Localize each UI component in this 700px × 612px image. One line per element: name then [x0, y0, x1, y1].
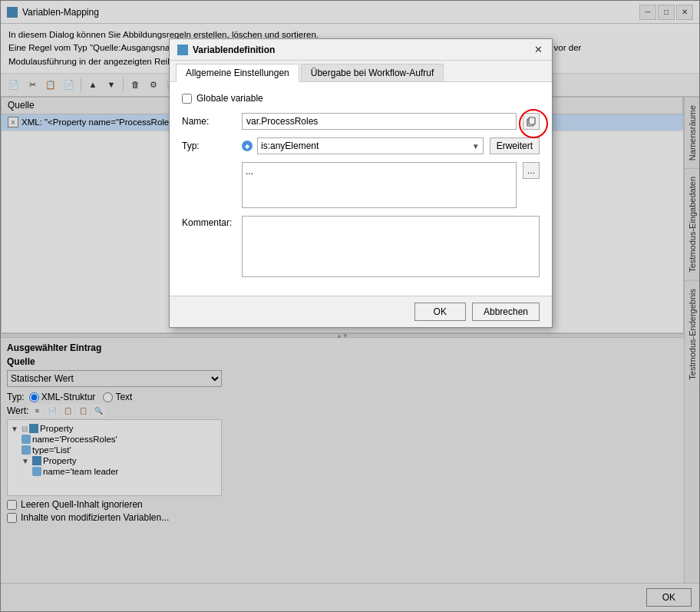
globale-variable-row: Globale variable: [182, 93, 540, 104]
dialog-tabs: Allgemeine Einstellungen Übergabe bei Wo…: [170, 61, 552, 82]
main-window: Variablen-Mapping ─ □ ✕ In diesem Dialog…: [0, 0, 700, 612]
dialog-title: Variablendefinition: [193, 45, 275, 55]
typ-row: Typ: ◆ is:anyElement ▼ Erweitert: [182, 137, 540, 154]
select-arrow-icon: ▼: [472, 142, 480, 151]
dialog-ok-button[interactable]: OK: [414, 303, 466, 321]
typ-select-value: is:anyElement: [261, 141, 319, 151]
dialog-close-button[interactable]: ✕: [532, 44, 544, 56]
globale-variable-label: Globale variable: [196, 93, 263, 104]
copy-to-clipboard-button[interactable]: [523, 113, 540, 130]
typ-select[interactable]: is:anyElement ▼: [257, 137, 484, 154]
dialog-content: Globale variable Name: Typ:: [170, 82, 552, 296]
modal-overlay: Variablendefinition ✕ Allgemeine Einstel…: [0, 0, 700, 612]
textarea-row: ... …: [182, 162, 540, 208]
typ-select-wrapper: ◆ is:anyElement ▼: [242, 137, 484, 154]
dialog-buttons: OK Abbrechen: [170, 296, 552, 327]
svg-rect-1: [529, 117, 535, 124]
type-diamond-icon: ◆: [242, 141, 253, 151]
name-row: Name:: [182, 113, 540, 130]
kommentar-textarea[interactable]: [242, 216, 540, 277]
name-label: Name:: [182, 116, 236, 127]
kommentar-row: Kommentar:: [182, 216, 540, 277]
typ-label: Typ:: [182, 141, 236, 151]
textarea-label-spacer: [182, 162, 236, 208]
dialog-cancel-button[interactable]: Abbrechen: [472, 303, 540, 321]
dialog-title-bar: Variablendefinition ✕: [170, 39, 552, 61]
variablendefinition-dialog: Variablendefinition ✕ Allgemeine Einstel…: [169, 38, 553, 328]
dialog-tab-allgemein[interactable]: Allgemeine Einstellungen: [176, 64, 299, 82]
name-input[interactable]: [242, 113, 517, 130]
globale-variable-checkbox[interactable]: [182, 94, 192, 104]
dialog-tab-uebergabe[interactable]: Übergabe bei Workflow-Aufruf: [301, 64, 444, 81]
textarea-wrapper: ...: [242, 162, 517, 208]
kommentar-label: Kommentar:: [182, 216, 236, 228]
textarea-content[interactable]: ...: [242, 162, 517, 208]
dialog-icon: [177, 45, 188, 55]
drei-punkte-button[interactable]: …: [523, 162, 540, 179]
erweitert-button[interactable]: Erweitert: [490, 137, 540, 154]
